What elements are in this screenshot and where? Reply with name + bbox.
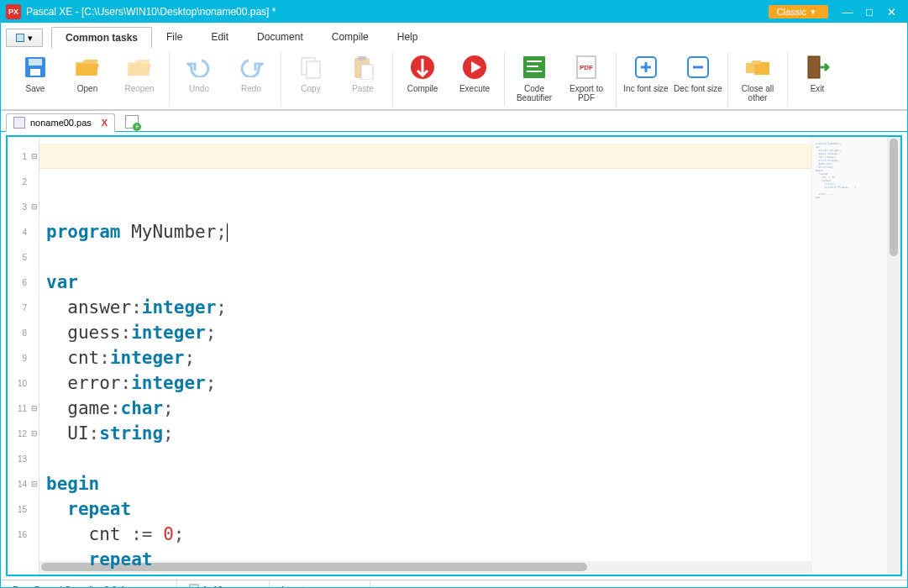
- menubar: ▾ Common tasksFileEditDocumentCompileHel…: [1, 23, 907, 111]
- exit-button[interactable]: Exit: [791, 52, 843, 106]
- line-number: 2: [8, 169, 39, 194]
- save-button[interactable]: Save: [9, 52, 61, 106]
- document-tab[interactable]: noname00.pas X: [6, 113, 115, 132]
- maximize-button[interactable]: □: [858, 3, 880, 20]
- window-title: Pascal XE - [C:\Users\WIN10\Desktop\nona…: [26, 6, 769, 18]
- code-line[interactable]: error:integer;: [46, 370, 811, 396]
- line-number: 6: [8, 270, 39, 295]
- code-line[interactable]: guess:integer;: [46, 320, 811, 345]
- open-button[interactable]: Open: [61, 52, 113, 106]
- paste-icon: [349, 54, 376, 81]
- code-line[interactable]: [46, 244, 811, 270]
- svg-rect-2: [30, 69, 40, 76]
- status-cursor-pos: 1: 19: [177, 580, 270, 588]
- new-document-icon[interactable]: [125, 115, 139, 129]
- code-line[interactable]: cnt := 0;: [46, 522, 811, 547]
- document-tab-label: noname00.pas: [30, 118, 92, 128]
- menu-tab-common-tasks[interactable]: Common tasks: [51, 27, 152, 48]
- beautifier-button[interactable]: Code Beautifier: [508, 52, 560, 106]
- execute-button[interactable]: Execute: [449, 52, 501, 106]
- redo-icon: [238, 54, 265, 81]
- close-tab-icon[interactable]: X: [102, 118, 108, 128]
- line-number: 8: [8, 320, 39, 345]
- line-number: 7: [8, 295, 39, 320]
- app-icon: PX: [6, 4, 21, 19]
- line-number: 16: [8, 522, 39, 547]
- code-line[interactable]: var: [46, 270, 811, 295]
- copy-icon: [297, 54, 324, 81]
- close-all-icon: [744, 54, 771, 81]
- code-editor[interactable]: 12345678910111213141516 program MyNumber…: [6, 135, 902, 576]
- code-line[interactable]: clrscr;: [46, 572, 811, 575]
- menu-tab-file[interactable]: File: [152, 26, 197, 47]
- code-line[interactable]: game:char;: [46, 396, 811, 421]
- code-line[interactable]: answer:integer;: [46, 295, 811, 320]
- svg-rect-17: [190, 585, 198, 589]
- line-number: 9: [8, 345, 39, 370]
- redo-button[interactable]: Redo: [225, 52, 277, 106]
- line-number: 11: [8, 396, 39, 421]
- view-layout-button[interactable]: ▾: [6, 29, 43, 47]
- menu-tab-compile[interactable]: Compile: [318, 26, 383, 47]
- menu-tab-help[interactable]: Help: [383, 26, 433, 47]
- plus-icon: [632, 54, 659, 81]
- save-icon: [22, 54, 49, 81]
- line-gutter: 12345678910111213141516: [8, 137, 39, 575]
- line-number: 5: [8, 244, 39, 270]
- paste-button[interactable]: Paste: [337, 52, 389, 106]
- minimize-button[interactable]: —: [837, 3, 858, 20]
- svg-rect-4: [307, 61, 320, 78]
- exit-icon: [804, 54, 831, 81]
- line-number: 13: [8, 446, 39, 471]
- svg-rect-6: [358, 56, 366, 60]
- line-number: 12: [8, 421, 39, 446]
- dec-font-button[interactable]: Dec font size: [672, 52, 724, 106]
- svg-rect-15: [808, 56, 820, 78]
- menu-tab-edit[interactable]: Edit: [197, 26, 243, 47]
- minimap[interactable]: program MyNumber; var answer:integer; gu…: [811, 137, 887, 575]
- line-number: 4: [8, 219, 39, 244]
- titlebar: PX Pascal XE - [C:\Users\WIN10\Desktop\n…: [1, 1, 907, 23]
- code-line[interactable]: repeat: [46, 496, 811, 522]
- pdf-icon: PDF: [573, 54, 600, 81]
- line-number: 10: [8, 370, 39, 396]
- export-pdf-button[interactable]: PDF Export to PDF: [560, 52, 612, 106]
- code-line[interactable]: UI:string;: [46, 421, 811, 446]
- compile-icon: [409, 54, 436, 81]
- code-line[interactable]: program MyNumber;: [46, 219, 811, 244]
- close-button[interactable]: ✕: [880, 3, 902, 20]
- svg-text:PDF: PDF: [580, 64, 593, 71]
- open-folder-icon: [74, 54, 101, 81]
- status-bar: Free Pascal Compiler 3.0.4 1: 19 Insert: [1, 580, 907, 588]
- undo-button[interactable]: Undo: [173, 52, 225, 106]
- vertical-scrollbar[interactable]: [887, 137, 900, 575]
- line-number: 1: [8, 144, 39, 169]
- code-area[interactable]: program MyNumber; var answer:integer; gu…: [39, 137, 811, 575]
- compile-button[interactable]: Compile: [396, 52, 449, 106]
- layout-icon: [16, 34, 24, 42]
- svg-rect-1: [29, 59, 42, 66]
- reopen-icon: [126, 54, 153, 81]
- cursor-pos-icon: [189, 584, 199, 589]
- code-line[interactable]: begin: [46, 471, 811, 496]
- beautifier-icon: [521, 54, 548, 81]
- status-compiler: Free Pascal Compiler 3.0.4: [1, 580, 177, 588]
- copy-button[interactable]: Copy: [285, 52, 337, 106]
- close-all-other-button[interactable]: Close all other: [732, 52, 784, 106]
- document-tab-row: noname00.pas X: [1, 111, 907, 132]
- line-number: 15: [8, 496, 39, 522]
- line-number: 3: [8, 194, 39, 219]
- reopen-button[interactable]: Reopen: [113, 52, 165, 106]
- inc-font-button[interactable]: Inc font size: [620, 52, 672, 106]
- execute-icon: [461, 54, 488, 81]
- minus-icon: [685, 54, 711, 81]
- classic-theme-button[interactable]: Classic: [769, 5, 828, 18]
- code-line[interactable]: [46, 446, 811, 471]
- line-number: 14: [8, 471, 39, 496]
- status-insert-mode: Insert: [270, 580, 370, 588]
- code-line[interactable]: cnt:integer;: [46, 345, 811, 370]
- file-icon: [13, 117, 25, 129]
- svg-rect-7: [361, 65, 373, 80]
- menu-tab-document[interactable]: Document: [243, 26, 318, 47]
- code-line[interactable]: repeat: [46, 547, 811, 572]
